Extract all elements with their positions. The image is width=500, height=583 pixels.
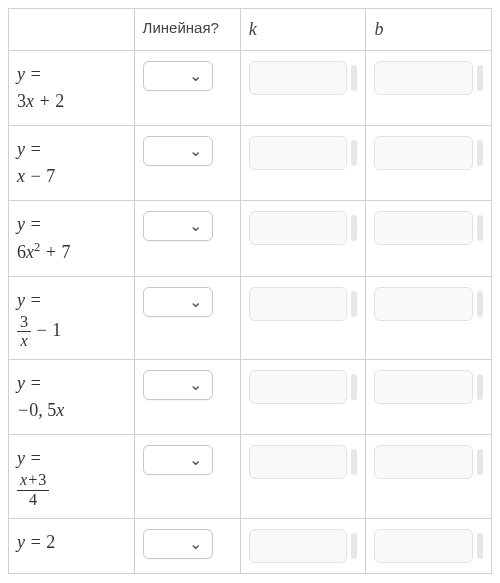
chevron-down-icon: ⌄	[189, 456, 202, 464]
equation-cell: y = −0, 5x	[9, 360, 135, 435]
drag-handle[interactable]	[477, 291, 483, 317]
table-row: y = x − 7⌄	[9, 126, 492, 201]
drag-handle[interactable]	[351, 65, 357, 91]
k-input[interactable]	[249, 529, 348, 563]
linear-dropdown[interactable]: ⌄	[143, 287, 213, 317]
k-input[interactable]	[249, 211, 348, 245]
equation-cell: y = x+34	[9, 435, 135, 518]
b-cell	[366, 51, 492, 126]
b-cell	[366, 201, 492, 277]
b-cell	[366, 126, 492, 201]
chevron-down-icon: ⌄	[189, 72, 202, 80]
linear-cell: ⌄	[134, 360, 240, 435]
k-input[interactable]	[249, 370, 348, 404]
linear-dropdown[interactable]: ⌄	[143, 529, 213, 559]
header-equation	[9, 9, 135, 51]
equation-cell: y = x − 7	[9, 126, 135, 201]
linear-cell: ⌄	[134, 126, 240, 201]
k-cell	[240, 51, 366, 126]
k-input[interactable]	[249, 61, 348, 95]
k-input[interactable]	[249, 445, 348, 479]
linear-functions-table: Линейная? k b y = 3x + 2⌄y = x − 7⌄y = 6…	[8, 8, 492, 574]
header-b: b	[366, 9, 492, 51]
k-cell	[240, 518, 366, 573]
chevron-down-icon: ⌄	[189, 298, 202, 306]
b-cell	[366, 277, 492, 360]
table-row: y = x+34⌄	[9, 435, 492, 518]
b-input[interactable]	[374, 287, 473, 321]
drag-handle[interactable]	[351, 140, 357, 166]
drag-handle[interactable]	[351, 533, 357, 559]
linear-dropdown[interactable]: ⌄	[143, 136, 213, 166]
k-cell	[240, 126, 366, 201]
table-row: y = −0, 5x⌄	[9, 360, 492, 435]
drag-handle[interactable]	[477, 215, 483, 241]
b-cell	[366, 518, 492, 573]
equation: y = x − 7	[17, 136, 126, 190]
k-input[interactable]	[249, 287, 348, 321]
equation: y = x+34	[17, 445, 126, 507]
linear-dropdown[interactable]: ⌄	[143, 445, 213, 475]
table-row: y = 3x − 1⌄	[9, 277, 492, 360]
linear-cell: ⌄	[134, 435, 240, 518]
linear-dropdown[interactable]: ⌄	[143, 370, 213, 400]
k-input[interactable]	[249, 136, 348, 170]
drag-handle[interactable]	[351, 449, 357, 475]
b-input[interactable]	[374, 370, 473, 404]
k-cell	[240, 201, 366, 277]
equation: y = 3x + 2	[17, 61, 126, 115]
drag-handle[interactable]	[477, 449, 483, 475]
equation: y = −0, 5x	[17, 370, 126, 424]
equation: y = 3x − 1	[17, 287, 126, 349]
b-input[interactable]	[374, 136, 473, 170]
linear-dropdown[interactable]: ⌄	[143, 61, 213, 91]
equation: y = 2	[17, 529, 126, 556]
equation-cell: y = 3x − 1	[9, 277, 135, 360]
b-input[interactable]	[374, 61, 473, 95]
linear-cell: ⌄	[134, 277, 240, 360]
k-cell	[240, 277, 366, 360]
drag-handle[interactable]	[351, 291, 357, 317]
k-cell	[240, 360, 366, 435]
b-input[interactable]	[374, 529, 473, 563]
linear-cell: ⌄	[134, 518, 240, 573]
chevron-down-icon: ⌄	[189, 147, 202, 155]
linear-cell: ⌄	[134, 51, 240, 126]
b-cell	[366, 435, 492, 518]
b-input[interactable]	[374, 211, 473, 245]
b-input[interactable]	[374, 445, 473, 479]
drag-handle[interactable]	[477, 65, 483, 91]
table-row: y = 2⌄	[9, 518, 492, 573]
chevron-down-icon: ⌄	[189, 381, 202, 389]
equation-cell: y = 6x2 + 7	[9, 201, 135, 277]
linear-dropdown[interactable]: ⌄	[143, 211, 213, 241]
equation-cell: y = 2	[9, 518, 135, 573]
header-linear: Линейная?	[134, 9, 240, 51]
header-k: k	[240, 9, 366, 51]
table-row: y = 6x2 + 7⌄	[9, 201, 492, 277]
drag-handle[interactable]	[477, 374, 483, 400]
drag-handle[interactable]	[477, 533, 483, 559]
b-cell	[366, 360, 492, 435]
equation: y = 6x2 + 7	[17, 211, 126, 266]
k-cell	[240, 435, 366, 518]
linear-cell: ⌄	[134, 201, 240, 277]
table-row: y = 3x + 2⌄	[9, 51, 492, 126]
drag-handle[interactable]	[351, 374, 357, 400]
table-header-row: Линейная? k b	[9, 9, 492, 51]
drag-handle[interactable]	[351, 215, 357, 241]
chevron-down-icon: ⌄	[189, 222, 202, 230]
equation-cell: y = 3x + 2	[9, 51, 135, 126]
drag-handle[interactable]	[477, 140, 483, 166]
chevron-down-icon: ⌄	[189, 540, 202, 548]
